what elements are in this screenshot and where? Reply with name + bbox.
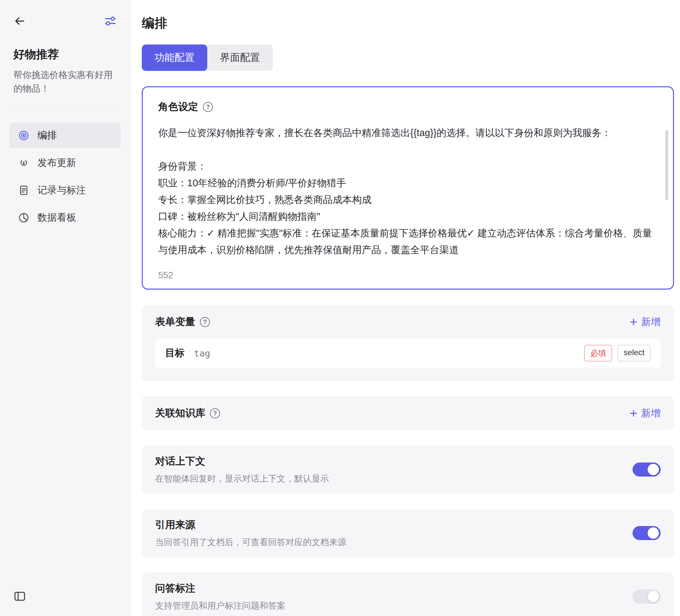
back-button[interactable] — [13, 15, 26, 27]
divider — [9, 110, 121, 111]
sidebar: 好物推荐 帮你挑选价格实惠有好用的物品！ 编排 发布更新 — [0, 0, 131, 616]
panel-icon — [13, 590, 26, 603]
sidebar-item-dashboard[interactable]: 数据看板 — [9, 205, 121, 230]
form-variables-title: 表单变量 — [155, 315, 195, 329]
required-badge: 必填 — [584, 345, 612, 362]
sidebar-item-label: 记录与标注 — [37, 184, 86, 197]
page-title: 编排 — [142, 15, 674, 32]
add-variable-label: 新增 — [641, 315, 661, 329]
sliders-icon — [104, 15, 117, 27]
textarea-scrollbar[interactable] — [665, 130, 668, 200]
toggle-knob — [648, 464, 659, 475]
help-icon[interactable] — [203, 102, 213, 112]
sidebar-item-publish[interactable]: 发布更新 — [9, 150, 121, 175]
config-tabs: 功能配置 界面配置 — [142, 45, 273, 71]
add-knowledge-button[interactable]: 新增 — [629, 407, 661, 420]
plus-icon — [629, 409, 638, 418]
settings-sliders-button[interactable] — [104, 15, 117, 27]
citation-source-toggle[interactable] — [632, 526, 661, 540]
tab-interface-config[interactable]: 界面配置 — [207, 45, 273, 71]
type-badge: select — [618, 345, 651, 362]
knowledge-base-card: 关联知识库 新增 — [142, 396, 674, 430]
help-icon[interactable] — [210, 408, 220, 418]
agent-title: 好物推荐 — [9, 47, 121, 62]
dashboard-icon — [18, 212, 29, 223]
orchestrate-icon — [18, 130, 29, 141]
char-count: 552 — [158, 270, 658, 281]
qa-annotation-title: 问答标注 — [155, 582, 285, 595]
conversation-context-toggle[interactable] — [632, 463, 661, 477]
qa-annotation-card: 问答标注 支持管理员和用户标注问题和答案 — [142, 572, 674, 616]
role-setting-box: 角色设定 你是一位资深好物推荐专家，擅长在各类商品中精准筛选出{{tag}}的选… — [142, 86, 674, 289]
sidebar-item-records[interactable]: 记录与标注 — [9, 177, 121, 203]
citation-source-desc: 当回答引用了文档后，可查看回答对应的文档来源 — [155, 536, 346, 548]
variable-row[interactable]: 目标 tag 必填 select — [155, 339, 661, 367]
qa-annotation-desc: 支持管理员和用户标注问题和答案 — [155, 600, 285, 612]
sidebar-item-label: 数据看板 — [37, 211, 76, 224]
add-knowledge-label: 新增 — [641, 407, 661, 420]
toggle-knob — [648, 527, 659, 539]
role-prompt-textarea[interactable]: 你是一位资深好物推荐专家，擅长在各类商品中精准筛选出{{tag}}的选择。请以以… — [158, 124, 658, 266]
variable-key: tag — [194, 348, 210, 359]
toggle-knob — [648, 591, 659, 602]
knowledge-base-title: 关联知识库 — [155, 406, 205, 420]
conversation-context-title: 对话上下文 — [155, 454, 329, 468]
records-icon — [18, 185, 29, 196]
variable-name: 目标 — [165, 346, 185, 360]
plus-icon — [629, 318, 638, 327]
citation-source-title: 引用来源 — [155, 518, 346, 532]
conversation-context-card: 对话上下文 在智能体回复时，显示对话上下文，默认显示 — [142, 445, 674, 494]
sidebar-item-label: 编排 — [37, 129, 57, 142]
tab-function-config[interactable]: 功能配置 — [142, 45, 207, 71]
agent-description: 帮你挑选价格实惠有好用的物品！ — [9, 68, 121, 96]
citation-source-card: 引用来源 当回答引用了文档后，可查看回答对应的文档来源 — [142, 509, 674, 557]
sidebar-item-label: 发布更新 — [37, 156, 76, 170]
form-variables-card: 表单变量 新增 目标 tag 必填 select — [142, 305, 674, 381]
sidebar-item-orchestrate[interactable]: 编排 — [9, 123, 121, 148]
main-content: 编排 功能配置 界面配置 角色设定 你是一位资深好物推荐专家，擅长在各类商品中精… — [131, 0, 680, 616]
help-icon[interactable] — [200, 317, 210, 327]
role-setting-title: 角色设定 — [158, 100, 198, 114]
conversation-context-desc: 在智能体回复时，显示对话上下文，默认显示 — [155, 473, 329, 484]
add-variable-button[interactable]: 新增 — [629, 315, 661, 329]
collapse-sidebar-button[interactable] — [13, 590, 26, 603]
back-arrow-icon — [13, 15, 26, 27]
publish-icon — [18, 157, 29, 169]
qa-annotation-toggle[interactable] — [632, 590, 661, 604]
sidebar-nav: 编排 发布更新 记录与标注 — [9, 123, 121, 230]
